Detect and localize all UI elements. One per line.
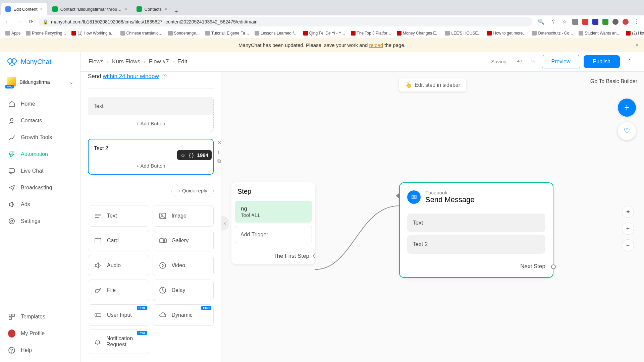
bookmark-item[interactable]: LEE'S HOUSE… bbox=[443, 30, 484, 37]
browser-tab-active[interactable]: Edit Content × bbox=[1, 3, 47, 15]
basic-builder-link[interactable]: Go To Basic Builder bbox=[590, 78, 637, 84]
message-bubble[interactable]: Text 2 bbox=[407, 235, 545, 254]
star-icon[interactable]: ☆ bbox=[561, 17, 568, 26]
crumb-link[interactable]: Kurs Flows bbox=[112, 58, 140, 65]
delete-block-icon[interactable]: ✕ bbox=[217, 139, 221, 145]
nav-home[interactable]: Home bbox=[0, 96, 80, 112]
info-icon[interactable]: ? bbox=[162, 74, 167, 79]
element-delay[interactable]: Delay bbox=[153, 280, 214, 301]
browser-tab[interactable]: Contact "Bildungsfirma" throu… × bbox=[48, 3, 131, 15]
message-bubble[interactable]: Text bbox=[407, 214, 545, 232]
menu-icon[interactable]: ⋮ bbox=[633, 17, 641, 26]
close-icon[interactable]: × bbox=[635, 42, 639, 49]
edit-hint[interactable]: 👆 Edit step in sidebar bbox=[399, 78, 466, 92]
add-trigger-button[interactable]: Add Trigger bbox=[235, 226, 312, 243]
nav-broadcasting[interactable]: Broadcasting bbox=[0, 179, 80, 196]
reload-link[interactable]: reload bbox=[369, 42, 383, 48]
collapse-panel-button[interactable]: ‹ bbox=[221, 216, 229, 231]
element-text[interactable]: Text bbox=[88, 205, 149, 227]
add-button-row[interactable]: + Add Button bbox=[89, 158, 213, 174]
publish-button[interactable]: Publish bbox=[584, 55, 620, 68]
crumb-link[interactable]: Flows bbox=[89, 58, 103, 65]
zoom-out-button[interactable]: − bbox=[622, 239, 634, 251]
bookmark-item[interactable]: Qing Fei De Yi - Y… bbox=[301, 30, 347, 37]
text-content[interactable]: Text bbox=[88, 97, 213, 115]
extension-icon[interactable] bbox=[612, 19, 619, 25]
workspace-selector[interactable]: PRO Bildungsfirma ⌄ bbox=[0, 72, 80, 92]
bookmark-item[interactable]: (1) How Working a… bbox=[69, 30, 117, 37]
text-block[interactable]: Text + Add Button bbox=[88, 97, 214, 132]
bookmark-item[interactable]: How to get more… bbox=[485, 30, 529, 37]
preview-button[interactable]: Preview bbox=[542, 55, 580, 68]
back-icon[interactable]: ← bbox=[3, 17, 11, 26]
bookmark-item[interactable]: Sonderange… bbox=[166, 30, 202, 37]
undo-button[interactable]: ↶ bbox=[514, 57, 525, 67]
message-node[interactable]: ✉ Facebook Send Message Text Text 2 Next… bbox=[399, 182, 553, 278]
close-icon[interactable]: × bbox=[40, 6, 43, 12]
element-image[interactable]: Image bbox=[153, 205, 214, 227]
element-notification-request[interactable]: PRONotification Request bbox=[88, 329, 149, 354]
input-port[interactable] bbox=[396, 193, 399, 198]
bookmark-item[interactable]: Lessons Learned f… bbox=[253, 30, 300, 37]
bookmark-item[interactable]: Apps bbox=[3, 30, 22, 37]
emoji-icon[interactable]: ☺ bbox=[180, 152, 185, 158]
element-audio[interactable]: Audio bbox=[88, 255, 149, 276]
brand-logo[interactable]: ManyChat bbox=[0, 52, 80, 72]
more-menu-button[interactable]: ⋮ bbox=[623, 55, 636, 68]
text-block-active[interactable]: ✕ ↕ ⧉ Text 2 ☺ { } 1994 + Add Button bbox=[88, 139, 214, 175]
share-icon[interactable]: ⇪ bbox=[550, 17, 557, 26]
element-video[interactable]: Video bbox=[153, 255, 214, 276]
nav-templates[interactable]: Templates bbox=[0, 308, 80, 325]
element-user-input[interactable]: PROUser Input bbox=[88, 304, 149, 326]
zoom-in-button[interactable]: + bbox=[622, 223, 634, 235]
nav-growth-tools[interactable]: Growth Tools bbox=[0, 129, 80, 146]
send-window-link[interactable]: within 24 hour window bbox=[103, 73, 159, 79]
bookmark-item[interactable]: Money Changes E… bbox=[395, 30, 442, 37]
extension-icon[interactable] bbox=[592, 19, 598, 25]
auto-arrange-button[interactable]: ✦ bbox=[622, 206, 634, 218]
bookmark-item[interactable]: The Top 3 Platfor… bbox=[349, 30, 393, 37]
duplicate-block-icon[interactable]: ⧉ bbox=[217, 158, 221, 164]
close-icon[interactable]: × bbox=[124, 6, 127, 12]
crumb-link[interactable]: Flow #7 bbox=[149, 58, 169, 65]
bookmark-item[interactable]: (2) How To Add A… bbox=[624, 30, 644, 37]
nav-help[interactable]: Help bbox=[0, 342, 80, 359]
zoom-icon[interactable]: 🔍 bbox=[536, 17, 546, 26]
nav-live-chat[interactable]: Live Chat bbox=[0, 163, 80, 179]
trigger-row[interactable]: ng Tool #11 bbox=[235, 201, 312, 223]
bookmark-item[interactable]: Chinese translatio… bbox=[118, 30, 165, 37]
nav-automation[interactable]: Automation bbox=[0, 146, 80, 163]
nav-profile[interactable]: My Profile bbox=[0, 325, 80, 342]
bookmark-item[interactable]: Datenschutz - Co… bbox=[530, 30, 575, 37]
move-block-icon[interactable]: ↕ bbox=[217, 149, 221, 155]
add-button-row[interactable]: + Add Button bbox=[88, 115, 213, 132]
redo-button[interactable]: ↷ bbox=[528, 57, 538, 67]
variable-icon[interactable]: { } bbox=[189, 152, 194, 158]
extension-icon[interactable] bbox=[572, 19, 578, 25]
flow-canvas[interactable]: ‹ 👆 Edit step in sidebar Go To Basic Bui… bbox=[221, 72, 644, 362]
url-field[interactable]: 🔒 manychat.com/fb18150208192068/cms/file… bbox=[39, 17, 532, 26]
nav-ads[interactable]: Ads bbox=[0, 196, 80, 213]
add-quick-reply-button[interactable]: + Quick reply bbox=[171, 184, 214, 197]
close-icon[interactable]: × bbox=[164, 6, 167, 12]
new-tab-button[interactable]: + bbox=[171, 8, 181, 15]
forward-icon[interactable]: → bbox=[15, 17, 23, 26]
element-dynamic[interactable]: PRODynamic bbox=[153, 304, 214, 326]
browser-tab[interactable]: Contacts × bbox=[132, 3, 171, 15]
extension-icon[interactable] bbox=[602, 19, 608, 25]
bookmark-item[interactable]: Student Wants an… bbox=[577, 30, 623, 37]
output-port[interactable] bbox=[551, 264, 556, 269]
profile-avatar-icon[interactable] bbox=[623, 19, 629, 25]
bookmark-item[interactable]: Tutorial: Eigene Fa… bbox=[203, 30, 251, 37]
favorite-fab[interactable]: ♡ bbox=[618, 122, 636, 140]
output-port[interactable] bbox=[313, 253, 315, 258]
nav-settings[interactable]: Settings bbox=[0, 213, 80, 230]
nav-contacts[interactable]: Contacts bbox=[0, 112, 80, 129]
start-node[interactable]: Step ng Tool #11 Add Trigger The First S… bbox=[231, 182, 315, 264]
extension-icon[interactable] bbox=[582, 19, 588, 25]
element-file[interactable]: File bbox=[88, 280, 149, 301]
bookmark-item[interactable]: Phone Recycling… bbox=[24, 30, 68, 37]
reload-icon[interactable]: ⟳ bbox=[28, 17, 35, 26]
add-step-fab[interactable]: + bbox=[618, 99, 636, 117]
element-gallery[interactable]: Gallery bbox=[153, 230, 214, 251]
